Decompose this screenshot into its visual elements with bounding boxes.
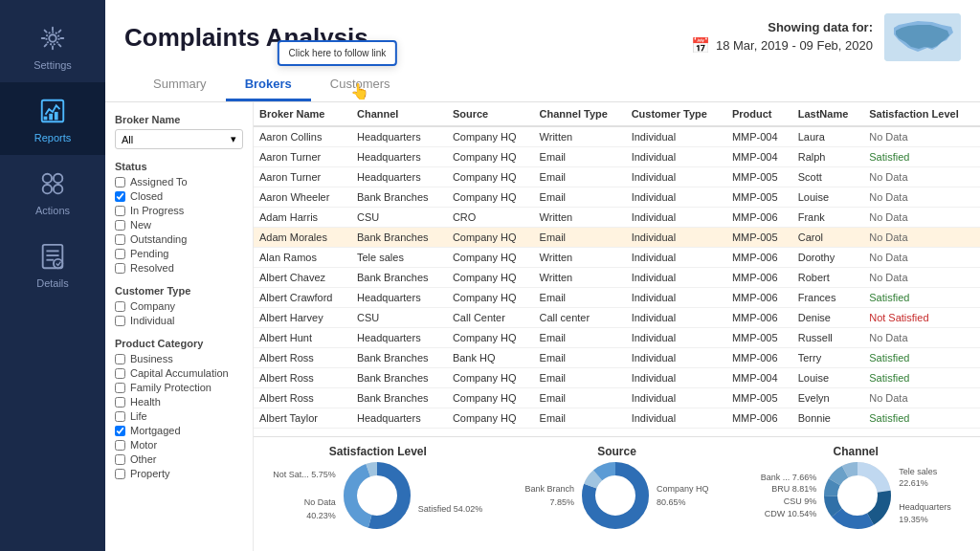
- svg-point-6: [43, 174, 52, 183]
- reports-icon: [35, 94, 70, 128]
- main-content: Complaints Analysis Showing data for: 📅 …: [105, 0, 980, 551]
- tele-sales-label: Tele sales: [899, 466, 951, 478]
- table-row[interactable]: Aaron Turner Headquarters Company HQ Ema…: [254, 167, 980, 187]
- product-property[interactable]: Property: [115, 468, 243, 479]
- broker-name-dropdown[interactable]: All ▾: [115, 129, 243, 149]
- svg-point-7: [54, 174, 62, 183]
- tab-brokers[interactable]: Brokers: [226, 69, 311, 101]
- channel-donut: [824, 462, 891, 529]
- table-row[interactable]: Albert Hunt Headquarters Company HQ Emai…: [254, 328, 980, 348]
- svg-rect-5: [55, 112, 58, 120]
- not-sat-label: Not Sat... 5.75%: [273, 468, 336, 481]
- customer-type-company[interactable]: Company: [115, 300, 243, 312]
- col-customer-type: Customer Type: [626, 102, 726, 126]
- status-closed[interactable]: Closed: [115, 190, 243, 202]
- satisfaction-chart: Satisfaction Level Not Sat... 5.75% No D…: [263, 445, 493, 547]
- details-icon: [35, 239, 70, 274]
- tab-summary[interactable]: Summary: [134, 69, 226, 101]
- table-row[interactable]: Alan Ramos Tele sales Company HQ Written…: [254, 248, 980, 268]
- table-row[interactable]: Albert Chavez Bank Branches Company HQ W…: [254, 268, 980, 288]
- sidebar-item-details[interactable]: Details: [0, 228, 105, 300]
- col-channel-type: Channel Type: [534, 102, 626, 126]
- date-range-section: Showing data for: 📅 18 Mar, 2019 - 09 Fe…: [691, 20, 873, 55]
- table-row[interactable]: Adam Morales Bank Branches Company HQ Em…: [254, 228, 980, 248]
- table-row[interactable]: Aaron Wheeler Bank Branches Company HQ E…: [254, 187, 980, 208]
- product-life[interactable]: Life: [115, 410, 243, 422]
- col-satisfaction: Satisfaction Level: [863, 102, 980, 126]
- header: Complaints Analysis Showing data for: 📅 …: [105, 0, 980, 102]
- customer-type-filter: Customer Type Company Individual: [115, 285, 243, 326]
- bank-branch-pct: 7.85%: [524, 496, 574, 509]
- product-motor[interactable]: Motor: [115, 439, 243, 451]
- col-lastname: LastName: [792, 102, 863, 126]
- cdw-label: CDW 10.54%: [761, 508, 817, 520]
- product-category-label: Product Category: [115, 338, 243, 349]
- product-mortgaged[interactable]: Mortgaged: [115, 425, 243, 436]
- satisfaction-donut: [344, 462, 411, 529]
- showing-label: Showing data for:: [768, 20, 873, 34]
- map-thumbnail: [884, 13, 961, 61]
- status-label: Status: [115, 161, 243, 172]
- svg-point-9: [54, 185, 62, 193]
- tab-customers[interactable]: Customers Click here to follow link 👆: [311, 69, 410, 101]
- product-business[interactable]: Business: [115, 353, 243, 364]
- chevron-down-icon: ▾: [231, 133, 236, 145]
- channel-chart-title: Channel: [834, 445, 879, 458]
- product-family-protection[interactable]: Family Protection: [115, 382, 243, 393]
- col-channel: Channel: [351, 102, 447, 126]
- product-category-filter: Product Category Business Capital Accumu…: [115, 338, 243, 479]
- table-row[interactable]: Albert Taylor Headquarters Company HQ Em…: [254, 408, 980, 429]
- bank-branch-label: Bank Branch: [524, 482, 574, 496]
- source-chart: Source Bank Branch 7.85%: [502, 445, 732, 547]
- satisfied-label: Satisfied 54.02%: [418, 502, 483, 516]
- charts-row: Satisfaction Level Not Sat... 5.75% No D…: [254, 436, 980, 551]
- product-health[interactable]: Health: [115, 396, 243, 408]
- headquarters-channel-pct: 19.35%: [899, 514, 951, 526]
- table-row[interactable]: Albert Crawford Headquarters Company HQ …: [254, 288, 980, 308]
- no-data-label: No Data: [273, 496, 336, 509]
- sidebar-item-actions[interactable]: Actions: [0, 155, 105, 228]
- tele-sales-pct: 22.61%: [899, 477, 951, 490]
- table-row[interactable]: Aaron Collins Headquarters Company HQ Wr…: [254, 126, 980, 147]
- table-row[interactable]: Albert Harvey CSU Call Center Call cente…: [254, 308, 980, 328]
- calendar-icon: 📅: [691, 36, 710, 55]
- sidebar-details-label: Details: [36, 277, 69, 289]
- status-new[interactable]: New: [115, 219, 243, 231]
- customer-type-label: Customer Type: [115, 285, 243, 297]
- product-capital-accum[interactable]: Capital Accumulation: [115, 367, 243, 379]
- col-source: Source: [447, 102, 534, 126]
- csu-label: CSU 9%: [761, 496, 817, 508]
- bank-channel-label: Bank ... 7.66%: [761, 472, 817, 484]
- product-other[interactable]: Other: [115, 453, 243, 465]
- status-assigned-to[interactable]: Assigned To: [115, 176, 243, 187]
- date-range-value: 18 Mar, 2019 - 09 Feb, 2020: [716, 38, 873, 53]
- status-outstanding[interactable]: Outstanding: [115, 233, 243, 245]
- col-broker-name: Broker Name: [254, 102, 351, 126]
- sidebar-actions-label: Actions: [35, 205, 70, 216]
- customer-type-individual[interactable]: Individual: [115, 315, 243, 326]
- status-in-progress[interactable]: In Progress: [115, 205, 243, 216]
- table-row[interactable]: Albert Ross Bank Branches Bank HQ Email …: [254, 348, 980, 368]
- status-resolved[interactable]: Resolved: [115, 262, 243, 274]
- svg-point-16: [54, 259, 62, 268]
- table-row[interactable]: Adam Harris CSU CRO Written Individual M…: [254, 208, 980, 228]
- svg-point-8: [43, 185, 52, 193]
- col-product: Product: [726, 102, 792, 126]
- status-pending[interactable]: Pending: [115, 248, 243, 259]
- table-area[interactable]: Broker Name Channel Source Channel Type …: [254, 102, 980, 436]
- source-donut: [582, 462, 649, 529]
- table-row[interactable]: Albert Ross Bank Branches Company HQ Ema…: [254, 368, 980, 388]
- company-hq-pct: 80.65%: [657, 496, 709, 509]
- sidebar-item-reports[interactable]: Reports: [0, 82, 105, 155]
- no-data-pct: 40.23%: [273, 509, 336, 522]
- tabs: Summary Brokers Customers Click here to …: [124, 69, 961, 101]
- broker-name-filter: Broker Name All ▾: [115, 114, 243, 149]
- table-row[interactable]: Albert Ross Bank Branches Company HQ Ema…: [254, 388, 980, 408]
- table-row[interactable]: Aaron Turner Headquarters Company HQ Ema…: [254, 147, 980, 167]
- actions-icon: [35, 166, 70, 201]
- bru-label: BRU 8.81%: [761, 483, 817, 496]
- status-filter: Status Assigned To Closed In Progress Ne…: [115, 161, 243, 274]
- channel-chart: Channel Bank ... 7.66% BRU 8.81% CSU 9% …: [741, 445, 970, 547]
- svg-rect-3: [44, 117, 48, 121]
- sidebar-item-settings[interactable]: Settings: [0, 10, 105, 82]
